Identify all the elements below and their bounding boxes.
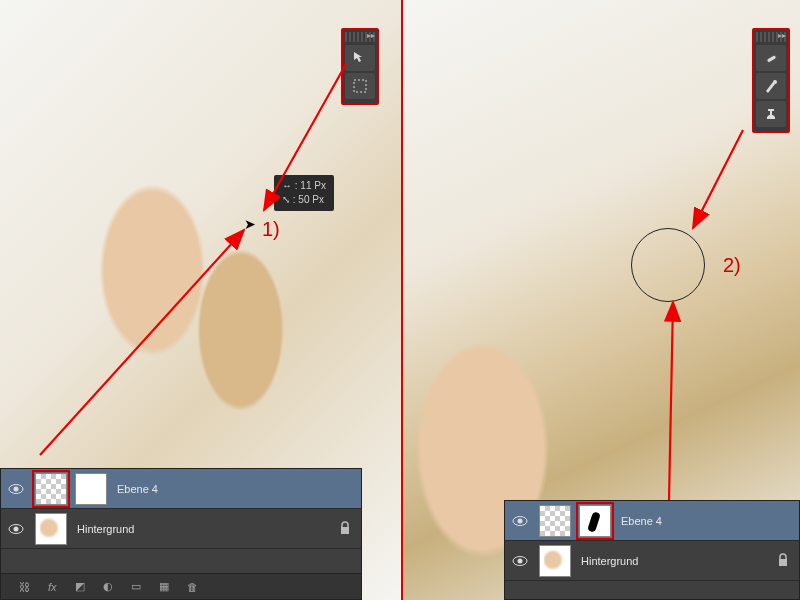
svg-line-10 <box>693 130 743 228</box>
svg-point-5 <box>14 486 19 491</box>
lock-icon <box>777 553 789 569</box>
layer-row-ebene4[interactable]: Ebene 4 <box>505 501 799 541</box>
svg-line-2 <box>40 230 244 455</box>
layer-name-label[interactable]: Ebene 4 <box>111 483 361 495</box>
layer-row-hintergrund[interactable]: Hintergrund <box>1 509 361 549</box>
eye-icon <box>8 483 24 495</box>
svg-line-11 <box>669 302 673 500</box>
eye-icon <box>512 555 528 567</box>
eye-icon <box>8 523 24 535</box>
layer-name-label[interactable]: Hintergrund <box>575 555 777 567</box>
pane-right: 2) ▸▸ Ebene 4 <box>403 0 800 600</box>
layer-mask-icon[interactable]: ◩ <box>75 580 85 593</box>
svg-point-7 <box>14 526 19 531</box>
layer-thumbnail[interactable] <box>35 513 67 545</box>
svg-rect-8 <box>341 527 349 534</box>
layers-panel-right[interactable]: Ebene 4 Hintergrund <box>504 500 800 600</box>
layer-name-label[interactable]: Ebene 4 <box>615 515 799 527</box>
layer-row-hintergrund[interactable]: Hintergrund <box>505 541 799 581</box>
svg-point-18 <box>518 518 523 523</box>
adjustment-layer-icon[interactable]: ◐ <box>103 580 113 593</box>
layer-mask-thumbnail[interactable] <box>75 473 107 505</box>
lock-icon <box>339 521 351 537</box>
layers-panel-footer: ⛓ fx ◩ ◐ ▭ ▦ 🗑 <box>1 573 361 599</box>
pane-left: ➤ 1) ↔ : 11 Px ⤡ : 50 Px ▸▸ <box>0 0 401 600</box>
eye-icon <box>512 515 528 527</box>
layer-name-label[interactable]: Hintergrund <box>71 523 339 535</box>
layers-panel-left[interactable]: Ebene 4 Hintergrund ⛓ fx ◩ ◐ ▭ ▦ 🗑 <box>0 468 362 600</box>
layer-mask-thumbnail[interactable] <box>579 505 611 537</box>
layer-thumbnail[interactable] <box>539 505 571 537</box>
svg-point-20 <box>518 558 523 563</box>
visibility-toggle[interactable] <box>1 523 31 535</box>
layer-thumbnail[interactable] <box>35 473 67 505</box>
group-icon[interactable]: ▭ <box>131 580 141 593</box>
link-layers-icon[interactable]: ⛓ <box>19 581 30 593</box>
visibility-toggle[interactable] <box>1 483 31 495</box>
layer-thumbnail[interactable] <box>539 545 571 577</box>
layer-effects-icon[interactable]: fx <box>48 581 57 593</box>
delete-layer-icon[interactable]: 🗑 <box>187 581 198 593</box>
svg-rect-21 <box>779 559 787 566</box>
visibility-toggle[interactable] <box>505 555 535 567</box>
svg-line-1 <box>264 64 346 210</box>
visibility-toggle[interactable] <box>505 515 535 527</box>
new-layer-icon[interactable]: ▦ <box>159 580 169 593</box>
layer-row-ebene4[interactable]: Ebene 4 <box>1 469 361 509</box>
